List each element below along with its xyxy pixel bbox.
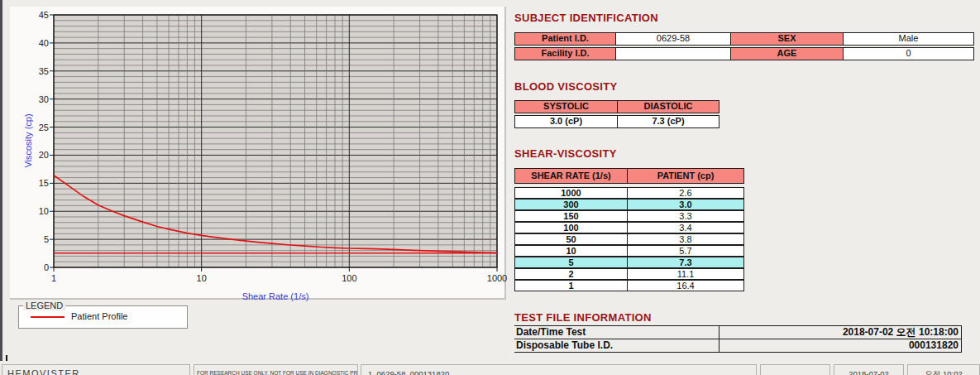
status-bar: HEMOVISTER FOR RESEARCH USE ONLY. NOT FO… [0,361,980,375]
y-tick-label: 30 [24,94,49,104]
shear-viscosity-title: SHEAR-VISCOSITY [514,147,617,160]
viscosity-cell: 3.4 [627,223,743,233]
table-row-highlighted: 5 7.3 [514,257,744,268]
y-tick-label: 40 [24,38,49,48]
facility-id-value [615,48,730,60]
status-segment-app-name: HEMOVISTER [2,364,190,375]
table-row: Facility I.D. AGE 0 [514,47,974,60]
table-row: Date/Time Test 2018-07-02 오전 10:18:00 [514,326,962,339]
table-row: 1000 2.6 [514,187,744,199]
table-row: 10 5.7 [514,245,744,257]
legend-title: LEGEND [23,300,65,310]
table-row: 150 3.3 [514,210,744,222]
y-tick-label: 15 [24,178,49,188]
shear-viscosity-table: SHEAR RATE (1/s) PATIENT (cp) 1000 2.6 3… [514,168,744,291]
status-segment-time: 오전 10:02 [907,364,980,375]
window-left-edge [0,0,2,375]
shear-rate-cell: 100 [515,223,627,233]
viscosity-cell: 7.3 [627,257,743,267]
blood-viscosity-title: BLOOD VISCOSITY [514,80,617,93]
y-tick-label: 5 [24,234,49,244]
x-tick-label: 10 [197,273,207,283]
shear-rate-cell: 1 [515,281,627,291]
y-tick-label: 35 [24,66,49,76]
table-row: SYSTOLIC DIASTOLIC [514,100,719,113]
facility-id-label: Facility I.D. [515,48,615,60]
status-segment-record-info: 1. 0629-58, 000131820 [361,364,757,375]
table-row: 1 16.4 [514,280,744,291]
systolic-header: SYSTOLIC [515,101,617,113]
x-tick-label: 100 [342,273,356,283]
shear-rate-cell: 50 [515,234,627,244]
x-tick-label: 1000 [487,273,507,283]
patient-id-value: 0629-58 [615,33,730,45]
shear-rate-cell: 10 [515,246,627,256]
plot-area: 0510152025303540451101001000 [54,15,497,267]
shear-rate-cell: 1000 [515,188,627,198]
viscosity-cell: 3.0 [627,200,743,209]
shear-rate-cell: 150 [515,211,627,221]
y-tick-label: 25 [24,123,49,132]
x-axis-label: Shear Rate (1/s) [242,291,309,301]
x-tick-label: 1 [51,273,56,283]
viscometer-results-screen: { "subject": { "title": "SUBJECT IDENTIF… [0,0,980,375]
systolic-value: 3.0 (cP) [515,116,617,127]
status-segment-date: 2018-07-02 [834,364,904,375]
viscosity-cell: 3.8 [627,234,743,244]
age-label: AGE [730,48,843,60]
viscosity-cell: 2.6 [627,188,743,198]
shear-rate-header: SHEAR RATE (1/s) [515,169,627,183]
disposable-tube-id-label: Disposable Tube I.D. [514,339,719,352]
viscosity-chart-panel: Viscosity (cp) 0510152025303540451101001… [10,7,506,300]
shear-rate-cell: 300 [515,200,627,209]
diastolic-header: DIASTOLIC [617,101,719,113]
date-time-test-value: 2018-07-02 오전 10:18:00 [719,326,962,339]
table-row: Disposable Tube I.D. 000131820 [514,339,962,353]
age-value: 0 [843,48,973,60]
table-row: Patient I.D. 0629-58 SEX Male [514,32,974,46]
patient-id-label: Patient I.D. [515,33,615,45]
viscosity-shear-chart [54,15,497,267]
status-segment-disclaimer: FOR RESEARCH USE ONLY. NOT FOR USE IN DI… [194,364,358,375]
table-header-row: SHEAR RATE (1/s) PATIENT (cp) [514,168,744,184]
y-tick-label: 0 [24,262,49,272]
blood-viscosity-table: SYSTOLIC DIASTOLIC 3.0 (cP) 7.3 (cP) [514,100,719,130]
diastolic-value: 7.3 (cP) [617,116,719,127]
table-row: 2 11.1 [514,268,744,280]
sex-label: SEX [730,33,843,45]
table-row-highlighted: 300 3.0 [514,199,744,210]
patient-cp-header: PATIENT (cp) [627,169,743,183]
subject-identification-table: Patient I.D. 0629-58 SEX Male Facility I… [514,32,974,62]
y-tick-label: 20 [24,150,49,160]
legend-box: LEGEND Patient Profile [18,305,188,329]
viscosity-cell: 5.7 [627,246,743,256]
table-row: 3.0 (cP) 7.3 (cP) [514,115,719,128]
viscosity-cell: 16.4 [627,281,743,291]
test-file-information-title: TEST FILE INFORMATION [514,311,652,324]
disposable-tube-id-value: 000131820 [719,339,962,352]
y-tick-label: 45 [24,10,49,20]
test-file-information-table: Date/Time Test 2018-07-02 오전 10:18:00 Di… [514,325,962,353]
y-tick-label: 10 [24,206,49,216]
status-segment-empty [760,364,830,375]
date-time-test-label: Date/Time Test [514,326,719,339]
shear-rate-cell: 2 [515,269,627,279]
legend-entry-label: Patient Profile [71,311,127,321]
viscosity-cell: 11.1 [627,269,743,279]
subject-identification-title: SUBJECT IDENTIFICATION [514,12,658,24]
table-row: 100 3.4 [514,222,744,233]
legend-line-sample [31,316,65,318]
viscosity-cell: 3.3 [627,211,743,221]
table-row: 50 3.8 [514,233,744,245]
shear-rate-cell: 5 [515,257,627,267]
sex-value: Male [843,33,973,45]
